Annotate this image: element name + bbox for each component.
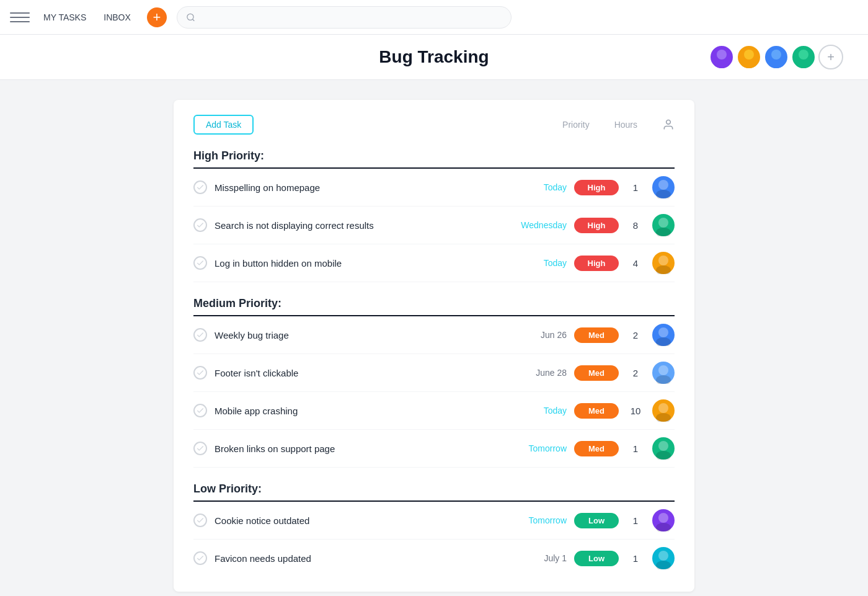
task-priority-badge: Med: [574, 327, 619, 343]
task-priority-badge: Low: [574, 513, 619, 528]
svg-point-26: [656, 523, 671, 532]
svg-point-27: [658, 551, 668, 561]
task-due: Jun 26: [511, 330, 567, 340]
task-name: Mobile app crashing: [215, 406, 503, 416]
main-content: Add Task Priority Hours High Priority: M…: [0, 80, 868, 596]
task-priority-badge: High: [574, 256, 619, 271]
svg-point-5: [742, 60, 756, 68]
avatar-4[interactable]: [791, 45, 816, 69]
svg-point-15: [658, 256, 668, 265]
task-priority-badge: Med: [574, 441, 619, 456]
task-name: Search is not displaying correct results: [215, 220, 503, 231]
task-hours: 1: [626, 182, 645, 193]
avatar[interactable]: [652, 437, 675, 460]
task-hours: 1: [626, 515, 645, 526]
svg-point-10: [666, 120, 671, 125]
svg-point-13: [658, 218, 668, 228]
avatar-3[interactable]: [764, 45, 789, 69]
svg-point-18: [656, 337, 671, 346]
avatar[interactable]: [652, 362, 675, 384]
task-hours: 1: [626, 553, 645, 564]
task-hours: 8: [626, 220, 645, 231]
svg-point-8: [799, 50, 808, 60]
table-row: Broken links on support page Tomorrow Me…: [193, 430, 675, 468]
svg-point-11: [658, 180, 668, 190]
svg-line-1: [192, 19, 194, 20]
topbar-nav: MY TASKS INBOX: [37, 9, 137, 26]
svg-point-19: [658, 365, 668, 375]
svg-point-12: [656, 190, 671, 198]
page-title: Bug Tracking: [379, 47, 489, 67]
col-priority-label: Priority: [562, 120, 590, 130]
task-hours: 2: [626, 368, 645, 378]
col-hours-label: Hours: [614, 120, 637, 130]
task-due: June 28: [511, 368, 567, 378]
table-row: Favicon needs updated July 1 Low 1: [193, 540, 675, 577]
avatar[interactable]: [652, 324, 675, 346]
svg-point-17: [658, 327, 668, 337]
task-due: Today: [511, 182, 567, 192]
svg-point-14: [656, 228, 671, 236]
svg-point-23: [658, 441, 668, 451]
svg-point-21: [658, 403, 668, 413]
svg-point-3: [714, 60, 729, 68]
task-checkbox[interactable]: [193, 180, 207, 194]
person-icon: [662, 118, 675, 131]
nav-inbox[interactable]: INBOX: [97, 9, 137, 26]
avatar[interactable]: [652, 176, 675, 198]
add-task-button[interactable]: Add Task: [193, 115, 254, 135]
toolbar-columns: Priority Hours: [562, 118, 675, 131]
task-priority-badge: Med: [574, 403, 619, 419]
svg-point-28: [656, 561, 671, 569]
search-bar[interactable]: [177, 6, 512, 29]
task-checkbox[interactable]: [193, 404, 207, 417]
svg-point-0: [187, 14, 193, 20]
add-member-button[interactable]: +: [818, 45, 843, 69]
nav-my-tasks[interactable]: MY TASKS: [37, 9, 92, 26]
task-hours: 1: [626, 443, 645, 454]
svg-point-25: [658, 513, 668, 523]
svg-point-7: [769, 60, 784, 68]
task-name: Footer isn't clickable: [215, 368, 503, 378]
avatar[interactable]: [652, 252, 675, 274]
avatar[interactable]: [652, 509, 675, 532]
task-container: Add Task Priority Hours High Priority: M…: [174, 100, 694, 592]
table-row: Cookie notice outdated Tomorrow Low 1: [193, 502, 675, 540]
task-name: Broken links on support page: [215, 443, 503, 454]
task-priority-badge: Med: [574, 365, 619, 381]
section-header-0: High Priority:: [193, 149, 675, 162]
task-checkbox[interactable]: [193, 442, 207, 455]
avatar[interactable]: [652, 214, 675, 236]
task-due: Today: [511, 406, 567, 416]
search-input[interactable]: [200, 12, 502, 22]
table-row: Footer isn't clickable June 28 Med 2: [193, 354, 675, 392]
header-avatars: +: [709, 45, 843, 69]
add-button[interactable]: +: [147, 7, 167, 27]
svg-point-22: [656, 413, 671, 422]
svg-point-16: [656, 265, 671, 274]
task-due: Wednesday: [511, 220, 567, 230]
hamburger-icon[interactable]: [10, 7, 30, 27]
task-checkbox[interactable]: [193, 551, 207, 565]
task-hours: 4: [626, 258, 645, 269]
avatar[interactable]: [652, 547, 675, 569]
task-checkbox[interactable]: [193, 256, 207, 270]
avatar[interactable]: [652, 399, 675, 422]
table-row: Misspelling on homepage Today High 1: [193, 169, 675, 207]
table-row: Log in button hidden on mobile Today Hig…: [193, 244, 675, 282]
topbar: MY TASKS INBOX +: [0, 0, 868, 35]
task-due: Today: [511, 258, 567, 268]
toolbar-row: Add Task Priority Hours: [193, 115, 675, 135]
svg-point-24: [656, 451, 671, 460]
task-due: July 1: [511, 553, 567, 563]
section-header-1: Medium Priority:: [193, 297, 675, 310]
task-checkbox[interactable]: [193, 514, 207, 527]
task-checkbox[interactable]: [193, 328, 207, 342]
search-icon: [186, 12, 195, 22]
task-checkbox[interactable]: [193, 218, 207, 232]
svg-point-6: [771, 50, 781, 60]
avatar-1[interactable]: [709, 45, 734, 69]
task-checkbox[interactable]: [193, 366, 207, 380]
avatar-2[interactable]: [737, 45, 761, 69]
table-row: Search is not displaying correct results…: [193, 207, 675, 244]
